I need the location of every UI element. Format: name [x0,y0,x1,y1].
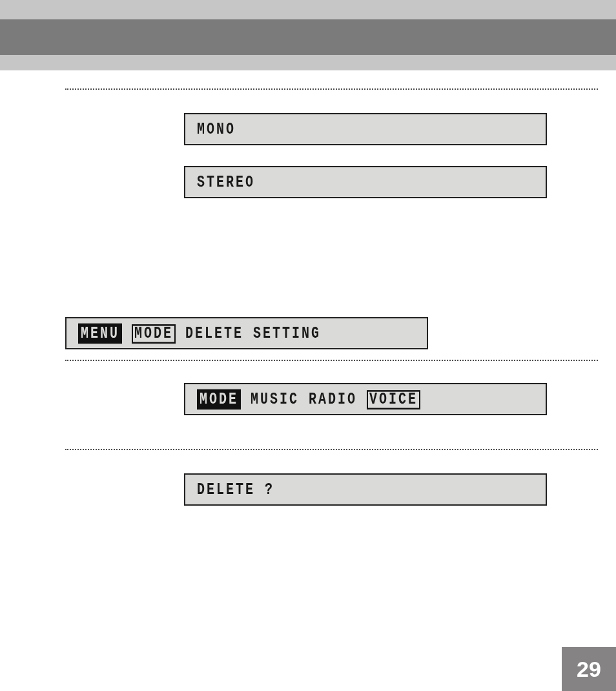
lcd-delete-confirm: DELETE ? [184,473,547,506]
lcd-delete-confirm-text: DELETE ? [197,480,274,499]
header-band-light-bottom [0,55,616,70]
lcd-mono: MONO [184,113,547,145]
lcd-stereo: STEREO [184,166,547,198]
lcd-stereo-text: STEREO [197,173,255,192]
page-header [0,0,616,70]
page-number-tab: 29 [562,647,616,691]
lcd-delete-setting-text: MENU MODE DELETE SETTING [78,323,321,343]
page-number: 29 [577,657,601,682]
lcd-delete-setting: MENU MODE DELETE SETTING [65,317,428,349]
content-area: MONO STEREO MENU MODE DELETE SETTING MOD… [65,88,598,506]
header-band-dark [0,19,616,55]
header-band-light-top [0,0,616,19]
lcd-mode-row-text: MODE MUSIC RADIO VOICE [197,389,420,409]
lcd-mode-row: MODE MUSIC RADIO VOICE [184,383,547,415]
lcd-mono-text: MONO [197,120,236,139]
